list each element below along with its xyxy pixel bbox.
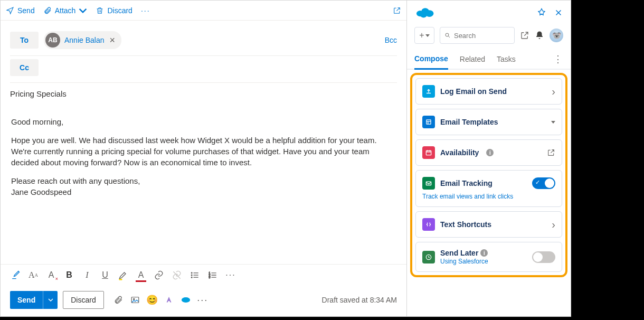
svg-point-12 xyxy=(420,13,427,18)
send-later-toggle[interactable] xyxy=(532,251,555,263)
chevron-down-icon xyxy=(79,6,87,15)
send-dropdown[interactable] xyxy=(43,291,58,309)
svg-point-8 xyxy=(182,297,190,303)
email-tracking-panel[interactable]: Email Tracking Track email views and lin… xyxy=(415,170,562,207)
tab-overflow[interactable]: ⋮ xyxy=(553,53,563,65)
log-email-label: Log Email on Send xyxy=(440,87,507,96)
tracking-toggle[interactable] xyxy=(532,177,555,189)
message-body[interactable]: Good morning, Hope you are well. We had … xyxy=(1,106,406,264)
format-bar: AA A× B I U A 123 ··· xyxy=(1,264,406,286)
tab-compose[interactable]: Compose xyxy=(414,49,448,70)
draft-status: Draft saved at 8:34 AM xyxy=(322,296,397,304)
send-later-panel[interactable]: Send Lateri Using Salesforce xyxy=(415,242,562,272)
bold-button[interactable]: B xyxy=(64,270,74,280)
svg-point-13 xyxy=(446,33,449,36)
to-button[interactable]: To xyxy=(10,32,39,49)
bcc-button[interactable]: Bcc xyxy=(385,36,397,44)
salesforce-mini-icon[interactable] xyxy=(181,295,191,305)
body-signature: Jane Goodspeed xyxy=(11,186,396,197)
info-icon: i xyxy=(480,249,488,257)
discard-label: Discard xyxy=(107,6,132,15)
svg-text:3: 3 xyxy=(209,276,211,279)
info-icon: i xyxy=(486,149,494,156)
paperclip-icon xyxy=(43,6,52,15)
font-size-icon[interactable]: AA xyxy=(28,270,39,280)
tab-related[interactable]: Related xyxy=(460,50,485,69)
font-color-icon[interactable]: A xyxy=(136,270,146,280)
emoji-icon[interactable]: 😊 xyxy=(147,295,157,305)
tracking-label: Email Tracking xyxy=(440,179,493,187)
calendar-icon xyxy=(422,146,435,159)
remove-recipient-icon[interactable]: × xyxy=(109,35,117,45)
templates-icon xyxy=(422,116,435,128)
email-templates-panel[interactable]: Email Templates xyxy=(415,109,562,135)
add-button[interactable]: + xyxy=(414,27,434,44)
send-button-label: Send xyxy=(10,291,43,309)
send-later-label: Send Later xyxy=(440,249,478,257)
chevron-right-icon: › xyxy=(552,219,555,231)
send-icon xyxy=(6,6,14,15)
body-greeting: Good morning, xyxy=(11,116,396,127)
templates-dropdown-icon xyxy=(551,121,555,124)
send-toolbar-button[interactable]: Send xyxy=(6,6,35,15)
compose-panels: Log Email on Send › Email Templates Avai… xyxy=(410,73,567,277)
tracking-icon xyxy=(422,177,435,190)
body-paragraph: Hope you are well. We had discussed last… xyxy=(11,135,396,168)
svg-rect-16 xyxy=(426,182,431,185)
more-toolbar-button[interactable]: ··· xyxy=(141,6,150,15)
text-effect-icon[interactable] xyxy=(164,295,174,305)
tracking-subtext: Track email views and link clicks xyxy=(422,193,555,200)
numbered-list-icon[interactable]: 123 xyxy=(207,270,218,280)
log-email-icon xyxy=(422,85,435,98)
shortcuts-icon xyxy=(422,218,435,231)
bell-icon[interactable] xyxy=(535,31,544,40)
cc-button[interactable]: Cc xyxy=(10,59,39,76)
close-icon[interactable] xyxy=(554,8,563,17)
salesforce-logo xyxy=(414,6,434,20)
pin-icon[interactable] xyxy=(537,8,546,17)
attach-mini-icon[interactable] xyxy=(113,295,123,305)
highlight-icon[interactable] xyxy=(118,270,128,280)
search-input[interactable] xyxy=(440,27,515,44)
avatar: AB xyxy=(45,33,60,48)
bullet-list-icon[interactable] xyxy=(190,270,200,280)
image-mini-icon[interactable] xyxy=(130,295,140,305)
underline-button[interactable]: U xyxy=(100,270,110,280)
attach-button[interactable]: Attach xyxy=(43,6,88,15)
search-icon xyxy=(444,32,451,39)
attach-label: Attach xyxy=(55,6,76,15)
more-format-icon[interactable]: ··· xyxy=(225,270,236,280)
link-icon[interactable] xyxy=(154,270,164,280)
send-later-subtext: Using Salesforce xyxy=(440,258,488,265)
svg-point-0 xyxy=(191,272,192,274)
text-shortcuts-panel[interactable]: Text Shortcuts › xyxy=(415,211,562,238)
svg-rect-15 xyxy=(426,151,431,155)
astro-avatar[interactable]: 🐨 xyxy=(550,29,563,42)
log-email-panel[interactable]: Log Email on Send › xyxy=(415,78,562,105)
discard-button[interactable]: Discard xyxy=(63,291,103,309)
more-actions-icon[interactable]: ··· xyxy=(198,295,207,305)
body-closing: Please reach out with any questions, xyxy=(11,175,396,186)
availability-label: Availability xyxy=(440,148,479,157)
send-later-icon xyxy=(422,251,435,263)
recipient-name: Annie Balan xyxy=(64,36,105,44)
subject-field[interactable]: Pricing Specials xyxy=(10,83,397,106)
recipient-chip[interactable]: AB Annie Balan × xyxy=(44,31,121,49)
svg-point-2 xyxy=(191,277,192,278)
svg-rect-14 xyxy=(427,120,431,124)
send-button[interactable]: Send xyxy=(10,291,58,309)
send-label: Send xyxy=(17,6,35,15)
chevron-right-icon: › xyxy=(552,86,555,98)
tab-tasks[interactable]: Tasks xyxy=(497,50,516,69)
discard-toolbar-button[interactable]: Discard xyxy=(96,6,132,15)
availability-external-icon xyxy=(547,148,555,157)
clear-format-icon[interactable]: A× xyxy=(46,270,56,280)
external-link-icon[interactable] xyxy=(520,31,529,40)
paint-icon[interactable] xyxy=(10,270,21,280)
svg-point-1 xyxy=(191,275,192,276)
popout-icon[interactable] xyxy=(393,6,401,15)
italic-button[interactable]: I xyxy=(82,270,92,280)
unlink-icon[interactable] xyxy=(172,270,182,280)
templates-label: Email Templates xyxy=(440,118,498,126)
availability-panel[interactable]: Availability i xyxy=(415,139,562,166)
